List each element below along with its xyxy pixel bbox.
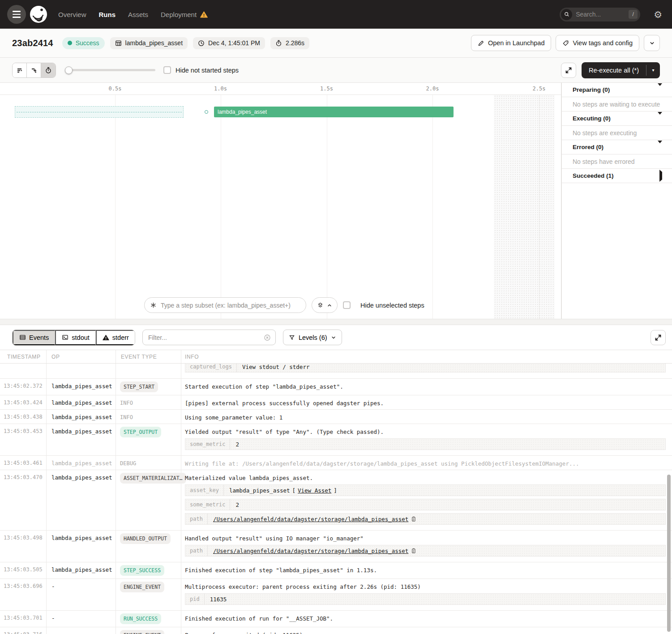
event-row: 13:45:02.372lambda_pipes_assetSTEP_START… (0, 379, 672, 395)
step-subset-input[interactable] (161, 302, 300, 309)
pane-resize-handle[interactable] (0, 319, 672, 325)
layers-toggle-button[interactable] (312, 297, 338, 313)
sidebar-section-header[interactable]: Preparing (0) (562, 83, 672, 97)
zoom-slider[interactable] (66, 69, 155, 71)
metadata-value: 2 (230, 439, 244, 450)
event-info-text: Writing file at: /Users/alangenfeld/data… (185, 460, 666, 467)
event-info-cell: Finished execution of run for "__ASSET_J… (181, 611, 672, 627)
metadata-link[interactable]: View Asset (298, 487, 331, 494)
waterfall-view-button[interactable] (27, 63, 41, 77)
event-log-header: TIMESTAMP OP EVENT TYPE INFO (0, 350, 672, 364)
timed-view-button[interactable] (41, 63, 56, 77)
log-filter-input[interactable] (148, 334, 264, 341)
sidebar-section-title: Succeeded (1) (573, 172, 614, 179)
log-fullscreen-button[interactable] (651, 330, 666, 345)
metadata-row: path/Users/alangenfeld/data/dagster/stor… (185, 513, 666, 525)
levels-filter-button[interactable]: Levels (6) (283, 330, 342, 345)
top-nav: OverviewRunsAssetsDeployment / ⚙ (0, 0, 672, 29)
gantt-toolbar: Hide not started steps Re-execute all (*… (0, 58, 672, 83)
open-in-launchpad-button[interactable]: Open in Launchpad (471, 35, 552, 51)
event-timestamp[interactable]: 13:45:03.461 (0, 456, 46, 470)
event-row: 13:45:03.696-ENGINE_EVENTMultiprocess ex… (0, 579, 672, 611)
funnel-icon (289, 334, 295, 341)
event-type-cell: HANDLED_OUTPUT (116, 531, 181, 562)
event-timestamp[interactable]: 13:45:03.696 (0, 579, 46, 610)
hide-not-started-checkbox[interactable] (163, 66, 171, 74)
copy-icon[interactable] (411, 516, 416, 522)
nav-item-assets[interactable]: Assets (128, 11, 148, 18)
log-scrollbar-thumb[interactable] (667, 475, 671, 632)
job-name-tag[interactable]: lambda_pipes_asset (110, 37, 188, 49)
event-timestamp[interactable] (0, 364, 46, 378)
event-info-cell: Started execution of step "lambda_pipes_… (181, 379, 672, 395)
nav-item-deployment[interactable]: Deployment (161, 11, 208, 18)
event-timestamp[interactable]: 13:45:03.498 (0, 531, 46, 562)
metadata-key: captured_logs (185, 364, 237, 372)
gantt-fullscreen-button[interactable] (561, 63, 576, 78)
terminal-icon (62, 334, 68, 341)
search-shortcut-key: / (629, 10, 638, 19)
sidebar-section-header[interactable]: Errored (0) (562, 140, 672, 154)
re-execute-all-button[interactable]: Re-execute all (*) ▾ (582, 62, 660, 78)
gantt-gridline (327, 95, 327, 319)
settings-gear-icon[interactable]: ⚙ (654, 10, 662, 19)
metadata-table: some_metric2 (185, 438, 666, 450)
event-op: lambda_pipes_asset (46, 410, 116, 424)
event-row: 13:45:03.424lambda_pipes_assetINFO[pipes… (0, 395, 672, 410)
log-filter-box[interactable] (142, 330, 276, 345)
step-subset-box[interactable] (144, 297, 306, 313)
event-row: 13:45:03.470lambda_pipes_assetASSET_MATE… (0, 470, 672, 531)
event-timestamp[interactable]: 13:45:03.453 (0, 424, 46, 455)
header-actions: Open in Launchpad View tags and config (471, 35, 660, 51)
event-op: lambda_pipes_asset (46, 379, 116, 395)
col-event-type: EVENT TYPE (116, 354, 181, 360)
nav-item-overview[interactable]: Overview (58, 11, 86, 18)
hamburger-menu-button[interactable] (7, 5, 26, 24)
gantt-step-bar[interactable]: lambda_pipes_asset (214, 107, 454, 117)
tab-stdout[interactable]: stdout (55, 330, 96, 345)
event-type-cell: STEP_SUCCESS (116, 562, 181, 578)
event-type-cell: ASSET_MATERIALIZAT… (116, 470, 181, 530)
event-type-cell (116, 364, 181, 378)
search-input[interactable] (576, 11, 629, 18)
warning-icon (103, 334, 109, 341)
chevron-up-icon (327, 303, 332, 308)
metadata-table: pid11635 (185, 593, 666, 605)
more-actions-button[interactable] (644, 35, 660, 51)
tab-stderr[interactable]: stderr (96, 330, 135, 345)
gantt-waiting-box (15, 106, 184, 118)
event-timestamp[interactable]: 13:45:03.701 (0, 611, 46, 627)
global-search[interactable]: / (560, 8, 640, 21)
event-op: lambda_pipes_asset (46, 424, 116, 455)
zoom-slider-handle[interactable] (65, 66, 73, 74)
sidebar-section-header[interactable]: Executing (0) (562, 111, 672, 126)
caret-right-icon (659, 172, 662, 180)
axis-tick-label: 1.0s (214, 86, 227, 92)
run-tags: Success lambda_pipes_asset Dec 4, 1:45:0… (62, 37, 309, 49)
event-timestamp[interactable]: 13:45:02.372 (0, 379, 46, 395)
event-info-cell: Handled output "result" using IO manager… (181, 531, 672, 562)
nav-item-runs[interactable]: Runs (99, 11, 116, 18)
flat-view-button[interactable] (13, 63, 27, 77)
event-timestamp[interactable]: 13:45:03.505 (0, 562, 46, 578)
copy-icon[interactable] (411, 548, 416, 554)
run-header: 23ab2414 Success lambda_pipes_asset Dec … (0, 29, 672, 58)
metadata-table: path/Users/alangenfeld/data/dagster/stor… (185, 545, 666, 557)
event-timestamp[interactable]: 13:45:03.424 (0, 395, 46, 409)
metadata-link[interactable]: /Users/alangenfeld/data/dagster/storage/… (213, 516, 409, 523)
hide-unselected-checkbox[interactable] (343, 301, 351, 309)
sidebar-section-header[interactable]: Succeeded (1) (562, 169, 672, 183)
metadata-row: some_metric2 (185, 438, 666, 450)
metadata-link[interactable]: /Users/alangenfeld/data/dagster/storage/… (213, 548, 409, 554)
table-icon (19, 334, 26, 341)
clear-filter-icon[interactable] (264, 334, 271, 341)
event-timestamp[interactable]: 13:45:03.438 (0, 410, 46, 424)
event-timestamp[interactable]: 13:45:03.716 (0, 627, 46, 634)
event-type-cell: ENGINE_EVENT (116, 579, 181, 610)
re-execute-caret-icon[interactable]: ▾ (646, 62, 660, 78)
view-tags-config-button[interactable]: View tags and config (556, 35, 639, 51)
event-timestamp[interactable]: 13:45:03.470 (0, 470, 46, 530)
caret-down-icon (658, 115, 662, 123)
tab-events[interactable]: Events (13, 330, 55, 345)
clock-icon (198, 40, 205, 47)
